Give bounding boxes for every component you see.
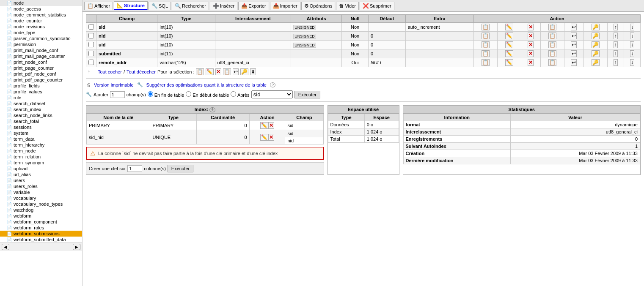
uncheck-all-link[interactable]: Tout décocher bbox=[127, 69, 156, 74]
sidebar-item-upload[interactable]: 📄upload bbox=[0, 166, 82, 172]
action-4-remote_addr[interactable]: ↩ bbox=[571, 59, 577, 66]
sidebar-item-profile-fields[interactable]: 📄profile_fields bbox=[0, 83, 82, 89]
action-1-nid[interactable]: ✏️ bbox=[505, 33, 513, 39]
index-edit-icon-2[interactable]: ✏️ bbox=[260, 134, 268, 141]
action-2-nid[interactable]: ✕ bbox=[528, 33, 534, 39]
action-6-sid[interactable]: ↑ bbox=[614, 24, 618, 30]
sidebar-item-term-synonym[interactable]: 📄term_synonym bbox=[0, 160, 82, 166]
sidebar-item-print-node-conf[interactable]: 📄print_node_conf bbox=[0, 59, 82, 65]
printable-version-link[interactable]: Version imprimable bbox=[94, 82, 134, 87]
sidebar-item-webform-submitted-data[interactable]: 📄webform_submitted_data bbox=[0, 237, 82, 242]
optimize-link[interactable]: Suggérer des optimisations quant à la st… bbox=[146, 82, 267, 87]
sidebar-item-node-revisions[interactable]: 📄node_revisions bbox=[0, 24, 82, 30]
check-all-link[interactable]: Tout cocher bbox=[98, 69, 122, 74]
sidebar-item-node[interactable]: 📄node bbox=[0, 0, 82, 6]
sidebar-item-webform-component[interactable]: 📄webform_component bbox=[0, 219, 82, 225]
action-7-nid[interactable]: ↓ bbox=[630, 33, 634, 39]
action-2-sid[interactable]: ✕ bbox=[528, 24, 534, 30]
after-label[interactable]: Après bbox=[231, 91, 249, 98]
action-6-uid[interactable]: ↑ bbox=[614, 41, 618, 48]
toolbar-btn-importer[interactable]: 📥Importer bbox=[270, 2, 300, 10]
sidebar-item-print-mail-page-counter[interactable]: 📄print_mail_page_counter bbox=[0, 53, 82, 59]
action-3-sid[interactable]: 📋 bbox=[548, 24, 556, 30]
sidebar-item-watchdog[interactable]: 📄watchdog bbox=[0, 207, 82, 213]
create-key-button[interactable]: Exécuter bbox=[168, 165, 193, 172]
sidebar-item-users-roles[interactable]: 📄users_roles bbox=[0, 183, 82, 189]
sidebar-item-node-access[interactable]: 📄node_access bbox=[0, 6, 82, 12]
action-6-remote_addr[interactable]: ↑ bbox=[614, 59, 618, 66]
action-3-nid[interactable]: 📋 bbox=[548, 33, 556, 39]
toolbar-btn-exporter[interactable]: 📤Exporter bbox=[238, 2, 269, 10]
sidebar-item-search-index[interactable]: 📄search_index bbox=[0, 106, 82, 112]
action-7-uid[interactable]: ↓ bbox=[630, 41, 634, 48]
sidebar-item-search-dataset[interactable]: 📄search_dataset bbox=[0, 101, 82, 106]
toolbar-btn-vider[interactable]: 🗑Vider bbox=[336, 2, 358, 10]
action-3-submitted[interactable]: 📋 bbox=[548, 50, 556, 57]
sidebar-item-print-pdf-page-counter[interactable]: 📄print_pdf_page_counter bbox=[0, 77, 82, 83]
start-radio[interactable] bbox=[186, 91, 191, 97]
toolbar-btn-sql[interactable]: 🔧SQL bbox=[149, 2, 171, 10]
action-icon-3[interactable]: ✕ bbox=[215, 68, 221, 75]
sidebar-item-url-alias[interactable]: 📄url_alias bbox=[0, 172, 82, 177]
sidebar-item-search-total[interactable]: 📄search_total bbox=[0, 118, 82, 124]
create-key-input[interactable] bbox=[127, 165, 142, 172]
sidebar-item-print-page-counter[interactable]: 📄print_page_counter bbox=[0, 65, 82, 71]
action-icon-4[interactable]: 📋 bbox=[223, 68, 231, 75]
action-7-sid[interactable]: ↓ bbox=[630, 24, 634, 30]
sidebar-item-print-pdf-node-conf[interactable]: 📄print_pdf_node_conf bbox=[0, 71, 82, 77]
sidebar-item-webform-submissions[interactable]: 📄webform_submissions bbox=[0, 231, 82, 237]
sidebar-item-term-node[interactable]: 📄term_node bbox=[0, 148, 82, 154]
action-7-remote_addr[interactable]: ↓ bbox=[630, 59, 634, 66]
toolbar-btn-supprimer[interactable]: ❌Supprimer bbox=[360, 2, 394, 10]
action-5-nid[interactable]: 🔑 bbox=[592, 33, 600, 39]
field-checkbox-remote_addr[interactable] bbox=[88, 60, 94, 65]
toolbar-btn-rechercher[interactable]: 🔍Rechercher bbox=[172, 2, 209, 10]
toolbar-btn-afficher[interactable]: 📋Afficher bbox=[84, 2, 113, 10]
sidebar-item-node-comment-statistics[interactable]: 📄node_comment_statistics bbox=[0, 12, 82, 18]
index-delete-icon[interactable]: ✕ bbox=[268, 122, 274, 129]
sidebar-item-node-type[interactable]: 📄node_type bbox=[0, 30, 82, 35]
action-2-remote_addr[interactable]: ✕ bbox=[528, 59, 534, 66]
add-field-count[interactable] bbox=[110, 91, 125, 98]
action-2-submitted[interactable]: ✕ bbox=[528, 50, 534, 57]
index-edit-icon[interactable]: ✏️ bbox=[260, 122, 268, 129]
sidebar-scroll-left[interactable]: ◀ bbox=[2, 244, 9, 250]
sidebar-item-term-hierarchy[interactable]: 📄term_hierarchy bbox=[0, 142, 82, 148]
action-0-uid[interactable]: 📋 bbox=[482, 41, 490, 48]
action-4-submitted[interactable]: ↩ bbox=[571, 50, 577, 57]
action-1-remote_addr[interactable]: ✏️ bbox=[505, 59, 513, 66]
action-0-nid[interactable]: 📋 bbox=[482, 33, 490, 39]
action-1-sid[interactable]: ✏️ bbox=[505, 24, 513, 30]
action-icon-2[interactable]: ✏️ bbox=[206, 68, 214, 75]
sidebar-item-profile-values[interactable]: 📄profile_values bbox=[0, 89, 82, 95]
sidebar-item-vocabulary[interactable]: 📄vocabulary bbox=[0, 195, 82, 201]
action-4-uid[interactable]: ↩ bbox=[571, 41, 577, 48]
index-help-icon[interactable]: ? bbox=[209, 107, 215, 112]
action-7-submitted[interactable]: ↓ bbox=[630, 50, 634, 57]
field-checkbox-sid[interactable] bbox=[88, 24, 94, 30]
action-1-submitted[interactable]: ✏️ bbox=[505, 50, 513, 57]
sidebar-item-permission[interactable]: 📄permission bbox=[0, 41, 82, 47]
action-5-submitted[interactable]: 🔑 bbox=[592, 50, 600, 57]
toolbar-btn-opérations[interactable]: ⚙Opérations bbox=[301, 2, 336, 10]
sidebar-item-role[interactable]: 📄role bbox=[0, 95, 82, 101]
add-field-execute-button[interactable]: Exécuter bbox=[294, 91, 320, 98]
end-of-table-label[interactable]: En fin de table bbox=[148, 91, 184, 98]
sidebar-item-users[interactable]: 📄users bbox=[0, 177, 82, 183]
sidebar-item-search-node-links[interactable]: 📄search_node_links bbox=[0, 112, 82, 118]
action-6-nid[interactable]: ↑ bbox=[614, 33, 618, 39]
action-2-uid[interactable]: ✕ bbox=[528, 41, 534, 48]
action-1-uid[interactable]: ✏️ bbox=[505, 41, 513, 48]
sidebar-item-parser-common-syndicatio[interactable]: 📄parser_common_syndicatio bbox=[0, 35, 82, 41]
action-0-sid[interactable]: 📋 bbox=[482, 24, 490, 30]
field-checkbox-uid[interactable] bbox=[88, 42, 94, 47]
sidebar-item-variable[interactable]: 📄variable bbox=[0, 189, 82, 195]
action-5-remote_addr[interactable]: 🔑 bbox=[592, 59, 600, 66]
action-3-remote_addr[interactable]: 📋 bbox=[548, 59, 556, 66]
action-6-submitted[interactable]: ↑ bbox=[614, 50, 618, 57]
sidebar-item-node-counter[interactable]: 📄node_counter bbox=[0, 18, 82, 24]
sidebar-item-webform[interactable]: 📄webform bbox=[0, 213, 82, 219]
end-radio[interactable] bbox=[148, 91, 153, 97]
action-4-nid[interactable]: ↩ bbox=[571, 33, 577, 39]
toolbar-btn-insérer[interactable]: ➕Insérer bbox=[210, 2, 237, 10]
